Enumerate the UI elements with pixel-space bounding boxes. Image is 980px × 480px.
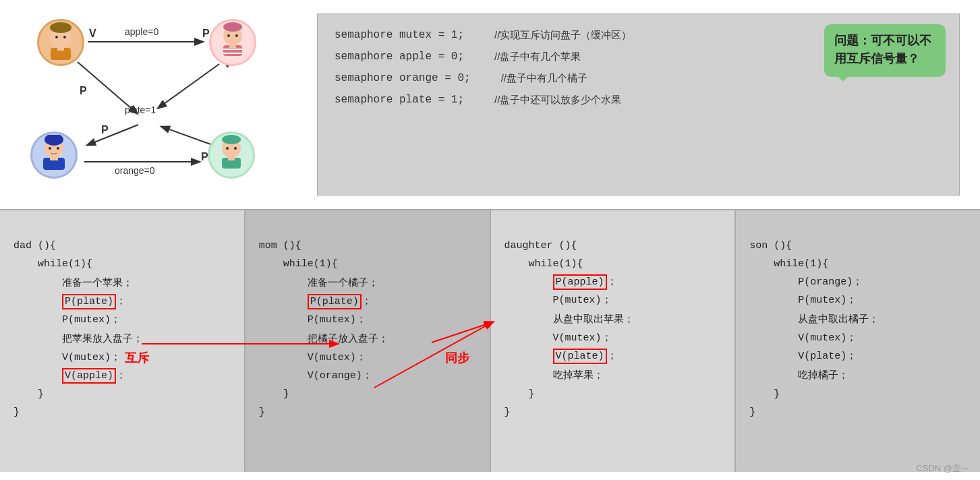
mom-line10: } <box>259 407 265 418</box>
mutex-annotation: 互斥 <box>125 349 149 369</box>
svg-text:P: P <box>80 85 87 96</box>
dad-line2: while(1){ <box>13 258 92 270</box>
son-line7: V(plate)； <box>749 351 857 362</box>
speech-bubble: 问题：可不可以不 用互斥信号量？ <box>824 24 946 77</box>
svg-point-25 <box>235 34 238 37</box>
son-line8: 吃掉橘子； <box>749 370 848 382</box>
svg-line-2 <box>88 125 138 145</box>
svg-text:P: P <box>101 124 109 136</box>
svg-text:apple=0: apple=0 <box>125 26 158 37</box>
panel-son-code: son (){ while(1){ P(orange)； P(mutex)； 从… <box>749 218 967 440</box>
panel-daughter-code: daughter (){ while(1){ P(apple)； P(mutex… <box>505 218 722 440</box>
dad-line9: } <box>13 388 44 400</box>
code-line-4: semaphore plate = 1; //盘子中还可以放多少个水果 <box>335 89 942 111</box>
dad-line1: dad (){ <box>13 240 56 251</box>
svg-point-33 <box>57 147 59 150</box>
daughter-line5: 从盘中取出苹果； <box>505 314 634 326</box>
sync-annotation: 同步 <box>445 349 469 369</box>
svg-rect-35 <box>50 157 58 160</box>
code-text: semaphore mutex = 1; <box>335 24 464 46</box>
dad-line7: V(mutex)； <box>13 352 121 363</box>
daughter-line4: P(mutex)； <box>505 295 612 306</box>
mom-line3: 准备一个橘子； <box>259 278 378 289</box>
son-line10: } <box>749 407 755 418</box>
svg-point-17 <box>50 22 71 33</box>
svg-text:orange=0: orange=0 <box>115 165 155 176</box>
son-line2: while(1){ <box>749 258 828 270</box>
bottom-section: dad (){ while(1){ 准备一个苹果； P(plate)； P(mu… <box>0 209 980 472</box>
dad-line3: 准备一个苹果； <box>13 278 133 289</box>
svg-text:plate=1: plate=1 <box>125 104 156 115</box>
code-text: semaphore orange = 0; <box>335 67 471 89</box>
dad-line8: V(apple)； <box>13 368 126 384</box>
panel-daughter: daughter (){ while(1){ P(apple)； P(mutex… <box>491 210 737 472</box>
svg-rect-41 <box>228 157 235 160</box>
top-section: V apple=0 P V plate=1 P V orange=0 P P <box>0 0 980 209</box>
son-line6: V(mutex)； <box>749 332 857 344</box>
avatar-child2 <box>208 131 255 179</box>
svg-line-4 <box>162 127 212 145</box>
svg-point-38 <box>226 147 229 150</box>
code-text: semaphore plate = 1; <box>335 89 464 111</box>
diagram-area: V apple=0 P V plate=1 P V orange=0 P P <box>20 13 304 196</box>
svg-rect-21 <box>57 47 64 51</box>
dad-line6: 把苹果放入盘子； <box>13 334 143 345</box>
panel-dad-code: dad (){ while(1){ 准备一个苹果； P(plate)； P(mu… <box>13 218 231 440</box>
son-line9: } <box>749 388 780 400</box>
panel-mom-code: mom (){ while(1){ 准备一个橘子； P(plate)； P(mu… <box>259 218 476 440</box>
svg-point-39 <box>234 147 237 150</box>
daughter-line9: } <box>505 388 535 400</box>
code-comment-2: //盘子中有几个苹果 <box>494 47 581 67</box>
dad-line4: P(plate)； <box>13 294 126 309</box>
panel-mom: mom (){ while(1){ 准备一个橘子； P(plate)； P(mu… <box>246 210 491 472</box>
code-comment-1: //实现互斥访问盘子（缓冲区） <box>494 25 631 45</box>
code-text: semaphore apple = 0; <box>335 46 464 67</box>
daughter-line10: } <box>505 407 511 418</box>
avatar-dad <box>37 19 84 66</box>
svg-line-1 <box>158 64 219 108</box>
daughter-line7: V(plate)； <box>505 349 617 364</box>
mom-line6: 把橘子放入盘子； <box>259 334 388 345</box>
daughter-line2: while(1){ <box>505 258 583 270</box>
svg-point-19 <box>63 36 66 38</box>
svg-point-32 <box>49 147 51 150</box>
avatar-child1 <box>209 19 256 66</box>
code-comment-3: //盘子中有几个橘子 <box>501 68 587 88</box>
watermark: CSDN @壹～ <box>916 462 970 475</box>
dad-line5: P(mutex)； <box>13 314 121 326</box>
mom-line9: } <box>259 388 289 400</box>
code-comment-4: //盘子中还可以放多少个水果 <box>494 90 621 110</box>
mom-line8: V(orange)； <box>259 370 372 382</box>
mom-line7: V(mutex)； <box>259 352 366 363</box>
daughter-line3: P(apple)； <box>505 274 617 290</box>
mom-line1: mom (){ <box>259 240 301 251</box>
mom-line2: while(1){ <box>259 258 338 270</box>
code-box: semaphore mutex = 1; //实现互斥访问盘子（缓冲区） sem… <box>317 13 960 196</box>
panel-dad: dad (){ while(1){ 准备一个苹果； P(plate)； P(mu… <box>0 210 246 472</box>
son-line4: P(mutex)； <box>749 295 857 306</box>
svg-point-23 <box>223 22 242 32</box>
daughter-line8: 吃掉苹果； <box>505 370 604 382</box>
panel-son: son (){ while(1){ P(orange)； P(mutex)； 从… <box>736 210 980 472</box>
svg-rect-27 <box>229 44 236 48</box>
mom-line5: P(mutex)； <box>259 314 366 326</box>
son-line5: 从盘中取出橘子； <box>749 314 879 326</box>
avatar-mom <box>30 131 78 179</box>
svg-point-18 <box>55 36 58 38</box>
son-line3: P(orange)； <box>749 276 863 288</box>
daughter-line6: V(mutex)； <box>505 332 612 344</box>
daughter-line1: daughter (){ <box>505 240 577 251</box>
mom-line4: P(plate)； <box>259 294 372 309</box>
son-line1: son (){ <box>749 240 792 251</box>
dad-line10: } <box>13 407 20 418</box>
svg-point-37 <box>222 135 241 144</box>
speech-bubble-text: 问题：可不可以不 用互斥信号量？ <box>834 34 931 66</box>
svg-text:P: P <box>202 28 210 39</box>
svg-point-24 <box>227 34 230 37</box>
svg-text:V: V <box>89 28 96 39</box>
